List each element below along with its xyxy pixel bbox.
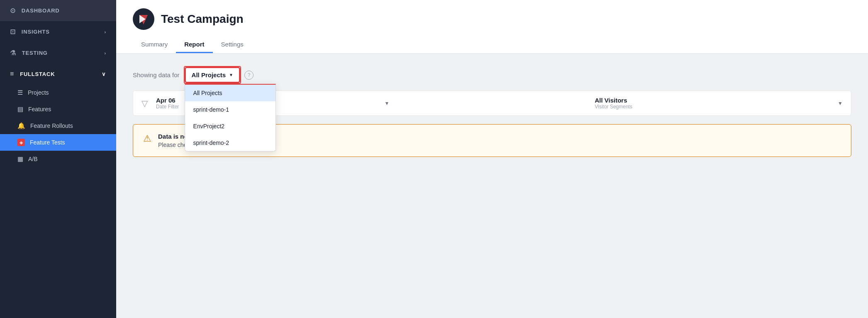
- showing-label: Showing data for: [133, 71, 180, 78]
- sidebar: ⊙ DASHBOARD ⊡ INSIGHTS › ⚗ TESTING › ≡ F…: [0, 0, 116, 318]
- dropdown-chevron-icon: ▼: [229, 73, 233, 77]
- projects-icon: ☰: [17, 89, 23, 96]
- features-icon: ▤: [17, 105, 23, 113]
- sidebar-item-label: FULLSTACK: [20, 71, 55, 77]
- chevron-down-icon: ∨: [102, 71, 106, 77]
- tab-summary[interactable]: Summary: [133, 37, 176, 53]
- project-dropdown-trigger[interactable]: All Projects ▼: [185, 67, 240, 83]
- testing-icon: ⚗: [10, 49, 16, 57]
- selected-project-label: All Projects: [192, 71, 226, 78]
- page-header: Test Campaign Summary Report Settings: [116, 0, 868, 54]
- sidebar-item-ab[interactable]: ▦ A/B: [0, 151, 116, 167]
- dropdown-item-sprint-demo-2[interactable]: sprint-demo-2: [185, 135, 276, 151]
- visitor-filter-section: All Visitors Visitor Segments: [595, 97, 632, 110]
- filter-funnel-icon: ▽: [141, 98, 148, 108]
- sidebar-item-label: A/B: [28, 156, 38, 162]
- campaign-logo-icon: [137, 13, 150, 25]
- sidebar-item-fullstack[interactable]: ≡ FULLSTACK ∨: [0, 64, 116, 84]
- project-dropdown-menu: All Projects sprint-demo-1 EnvProject2 s…: [185, 84, 276, 152]
- sidebar-item-label: Features: [28, 106, 51, 113]
- visitor-filter-label: Visitor Segments: [595, 104, 632, 110]
- tab-report[interactable]: Report: [176, 37, 212, 53]
- visitor-filter-chevron-icon[interactable]: ▼: [838, 100, 843, 106]
- insights-icon: ⊡: [10, 28, 16, 36]
- project-dropdown-wrapper: All Projects ▼ All Projects sprint-demo-…: [184, 66, 241, 84]
- visitor-filter-value: All Visitors: [595, 97, 632, 104]
- dashboard-icon: ⊙: [10, 7, 16, 15]
- fullstack-icon: ≡: [10, 70, 14, 78]
- content-area: Showing data for All Projects ▼ All Proj…: [116, 54, 868, 318]
- tab-bar: Summary Report Settings: [133, 37, 851, 53]
- warning-triangle-icon: ⚠: [143, 133, 151, 144]
- campaign-logo: [133, 8, 154, 30]
- header-top: Test Campaign: [133, 8, 851, 30]
- tab-settings[interactable]: Settings: [213, 37, 252, 53]
- sidebar-item-label: Projects: [28, 89, 49, 96]
- sidebar-item-label: INSIGHTS: [22, 29, 50, 35]
- sidebar-item-testing[interactable]: ⚗ TESTING ›: [0, 42, 116, 64]
- sidebar-item-feature-tests[interactable]: ◈ Feature Tests: [0, 134, 116, 151]
- chevron-right-icon: ›: [105, 29, 106, 34]
- dropdown-item-env-project-2[interactable]: EnvProject2: [185, 118, 276, 135]
- sidebar-item-label: Feature Tests: [30, 139, 65, 146]
- sidebar-item-label: TESTING: [22, 50, 48, 56]
- sidebar-item-features[interactable]: ▤ Features: [0, 101, 116, 117]
- help-icon[interactable]: ?: [244, 71, 254, 80]
- page-title: Test Campaign: [161, 12, 244, 26]
- date-filter-chevron-icon[interactable]: ▼: [384, 100, 389, 106]
- dropdown-item-all-projects[interactable]: All Projects: [185, 85, 276, 101]
- dropdown-item-sprint-demo-1[interactable]: sprint-demo-1: [185, 101, 276, 118]
- sidebar-item-projects[interactable]: ☰ Projects: [0, 84, 116, 101]
- sidebar-item-insights[interactable]: ⊡ INSIGHTS ›: [0, 21, 116, 42]
- feature-tests-icon: ◈: [17, 139, 25, 146]
- sidebar-item-label: DASHBOARD: [22, 7, 60, 14]
- sidebar-item-label: Feature Rollouts: [30, 122, 73, 129]
- ab-icon: ▦: [17, 155, 23, 163]
- date-filter-section: Apr 06 Date Filter: [156, 97, 179, 110]
- feature-rollouts-icon: 🔔: [17, 122, 25, 130]
- sidebar-item-dashboard[interactable]: ⊙ DASHBOARD: [0, 0, 116, 21]
- date-filter-label: Date Filter: [156, 104, 179, 110]
- chevron-right-icon: ›: [105, 51, 106, 56]
- filter-row: Showing data for All Projects ▼ All Proj…: [133, 66, 851, 84]
- date-filter-value: Apr 06: [156, 97, 179, 104]
- sidebar-item-feature-rollouts[interactable]: 🔔 Feature Rollouts: [0, 117, 116, 134]
- main-content: Test Campaign Summary Report Settings Sh…: [116, 0, 868, 318]
